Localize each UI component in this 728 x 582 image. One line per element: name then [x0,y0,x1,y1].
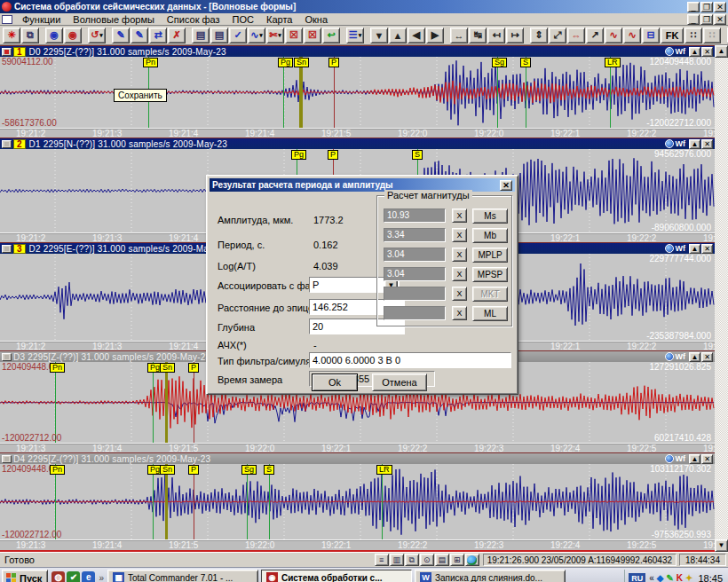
phase-label-S[interactable]: S [520,58,531,67]
curve-button[interactable]: ∿▾ [248,28,265,43]
panel-collapse-icon[interactable]: ▲ [689,352,700,362]
magnitude-button-ML[interactable]: ML [472,306,508,321]
panel-close-icon[interactable]: ✕ [701,244,713,254]
child-close-button[interactable]: ✕ [714,14,726,25]
menu-item-3[interactable]: Список фаз [161,14,226,25]
rotate-180-button[interactable]: ∿ [605,28,622,43]
compress-h-button[interactable]: ↹ [469,28,487,43]
phase-line-S[interactable] [269,464,270,539]
delete-pick-button[interactable]: ✗ [168,28,186,43]
panel-collapse-icon[interactable]: ▲ [689,47,700,57]
panel-select-button[interactable] [2,353,12,361]
list-icon[interactable]: ▤ [435,554,449,566]
phase-line-Sn[interactable] [165,362,168,443]
cancel-button[interactable]: Отмена [372,374,427,391]
shift-right-button[interactable]: ↦ [506,28,524,43]
phase-label-P[interactable]: P [328,58,339,67]
child-minimize-button[interactable]: _ [687,14,700,25]
panel-collapse-icon[interactable]: ▲ [689,139,700,149]
fit-button[interactable]: ⤢ [549,28,566,43]
phase-line-Sn[interactable] [165,464,168,539]
phase-label-Pg[interactable]: Pg [278,58,293,67]
phase-label-Sg[interactable]: Sg [492,58,507,67]
panel-close-icon[interactable]: ✕ [701,47,713,57]
locate-blue-button[interactable]: ◉ [45,28,63,43]
reject-button[interactable]: ☒ [285,28,303,43]
close-button[interactable]: ✕ [714,2,726,12]
menu-item-5[interactable]: Карта [260,14,298,25]
phase-label-P[interactable]: P [188,465,199,475]
magnitude-clear-button-Ms[interactable]: X [452,208,467,223]
quicklaunch-chevron-icon[interactable]: » [99,573,104,582]
filter-type-input[interactable]: 4.0000 6.0000 3 B 0 [309,352,511,368]
new-event-button[interactable]: ✳ [3,28,20,43]
panel-header-2[interactable]: 2D1 2295[N-(??)] 31.000 samples/s 2009-M… [0,138,715,149]
phase-label-Sn[interactable]: Sn [294,58,309,67]
magnitude-clear-button-MKT[interactable]: X [452,287,467,301]
quicklaunch-icon-3[interactable]: e [82,571,95,582]
phase-label-Pn[interactable]: Pn [50,363,65,373]
menu-item-2[interactable]: Волновые формы [67,14,161,25]
phase-line-Pg[interactable] [153,362,154,443]
phase-line-P[interactable] [194,464,194,539]
waveform-target-icon[interactable] [665,139,674,148]
phase-line-Pn[interactable] [55,464,56,539]
tray-antenna-icon[interactable]: ✦ [685,573,692,582]
phase-label-S[interactable]: S [412,150,423,160]
phase-line-P[interactable] [194,362,194,443]
dialog-close-button[interactable]: ✕ [500,180,512,191]
swap-traces-button[interactable]: ⇄ [149,28,167,43]
panel-collapse-icon[interactable]: ▲ [689,454,700,464]
fk-button[interactable]: FK [661,28,684,43]
magnitude-button-Ms[interactable]: Ms [472,208,508,224]
waveform-plot-5[interactable]: PnPgSnPSgSLR120409448.00-120022712.00103… [0,464,715,539]
waveform-target-icon[interactable] [665,454,674,463]
panel-select-button[interactable] [2,140,12,148]
minimize-button[interactable]: _ [687,2,700,12]
locate-red-button[interactable]: ◉ [64,28,82,43]
panel-collapse-icon[interactable]: ▲ [689,244,700,254]
add-window-icon[interactable]: ⊞ [450,554,464,566]
globe-icon[interactable] [465,554,479,566]
simulate-button[interactable]: ∿ [623,28,641,43]
phase-line-LR[interactable] [382,464,383,539]
phase-line-Pg[interactable] [283,57,284,128]
open-window-button[interactable]: ⧉ [21,28,39,43]
pick-add-button[interactable]: ✎ [131,28,148,43]
waveform-target-icon[interactable] [665,352,674,361]
phase-line-S[interactable] [526,57,526,128]
language-indicator[interactable]: RU [629,573,645,582]
restore-button[interactable]: ❐ [700,2,713,12]
align-button[interactable]: ⇔ [567,28,585,43]
phase-line-Sg[interactable] [247,464,248,539]
phase-label-P[interactable]: P [188,363,199,373]
vertical-scrollbar[interactable]: ▲ ▼ [715,45,728,552]
phase-label-Pg[interactable]: Pg [291,150,306,160]
magnitude-button-MPSP[interactable]: MPSP [472,267,508,282]
scroll-left-button[interactable]: ◀ [408,28,425,43]
task-word-doc[interactable]: WЗаписка для слияния.do... [415,570,566,582]
phase-label-LR[interactable]: LR [605,58,621,67]
quicklaunch-icon-2[interactable]: ✔ [67,571,80,582]
reject-all-button[interactable]: ☒ [304,28,321,43]
phase-label-S[interactable]: S [264,465,274,475]
child-window-icon[interactable] [2,15,12,24]
scrollbar-down-icon[interactable]: ▼ [715,539,728,552]
panel-header-1[interactable]: 1D0 2295[Z-(??)] 31.000 samples/s 2009-M… [0,46,715,57]
phase-label-Sn[interactable]: Sn [160,465,175,475]
waveform-plot-1[interactable]: PnPgSnPSgSLR59004112.00-58617376.0012040… [0,57,715,128]
undo-button[interactable]: ↩ [322,28,340,43]
magnitude-button-MPLP[interactable]: MPLP [472,248,508,263]
tray-pencil-icon[interactable]: ✎ [666,573,673,582]
panel-select-button[interactable] [2,48,12,56]
phase-label-Sg[interactable]: Sg [241,465,257,475]
magnitude-clear-button-ML[interactable]: X [452,306,467,320]
phase-line-Sn[interactable] [299,57,303,128]
zoom-icon[interactable]: ⊙ [420,554,434,566]
start-button[interactable]: Пуск [2,570,48,582]
phase-line-Pg[interactable] [153,464,154,539]
grid-disabled-button[interactable]: ∷ [703,28,721,43]
scroll-up-button[interactable]: ▲ [389,28,407,43]
scroll-right-button[interactable]: ▶ [426,28,444,43]
expand-v-button[interactable]: ⇕ [530,28,548,43]
